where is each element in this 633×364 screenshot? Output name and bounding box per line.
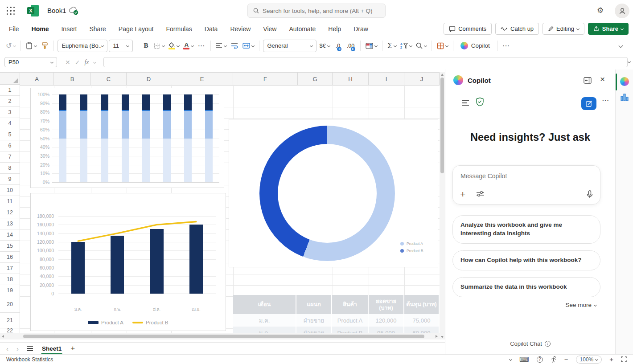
- menu-tab-view[interactable]: View: [263, 25, 276, 33]
- table-cell[interactable]: ม.ค.: [233, 314, 296, 327]
- horizontal-scrollbar[interactable]: [0, 333, 440, 339]
- scroll-up-arrow-icon[interactable]: [441, 74, 444, 76]
- copilot-rail-icon[interactable]: [620, 77, 629, 86]
- table-cell[interactable]: 120,000: [369, 314, 404, 327]
- format-painter-button[interactable]: [39, 40, 50, 52]
- stacked-bar[interactable]: [94, 94, 115, 182]
- stacked-bar[interactable]: [115, 94, 136, 182]
- workbook-statistics-rail-icon[interactable]: [620, 93, 629, 102]
- table-header-cell[interactable]: แผนก: [296, 295, 332, 314]
- table-header-cell[interactable]: สินค้า: [332, 295, 369, 314]
- menu-tab-draw[interactable]: Draw: [353, 25, 368, 33]
- row-header-12[interactable]: 12: [0, 207, 20, 218]
- table-header-cell[interactable]: ต้นทุน (บาท): [404, 295, 440, 314]
- copilot-chat-label[interactable]: Copilot Chat: [510, 340, 542, 347]
- column-header-J[interactable]: J: [404, 73, 440, 85]
- table-header-cell[interactable]: เดือน: [233, 295, 296, 314]
- app-launcher-icon[interactable]: [7, 7, 15, 15]
- all-sheets-icon[interactable]: [27, 346, 33, 351]
- new-chat-button[interactable]: [581, 97, 596, 110]
- workbook-statistics-button[interactable]: Workbook Statistics: [6, 356, 53, 363]
- copilot-button[interactable]: Copilot: [457, 40, 493, 52]
- row-header-11[interactable]: 11: [0, 196, 20, 207]
- cell-styles-button[interactable]: [436, 40, 449, 52]
- stacked-bar-chart[interactable]: 100%90%80%70%60%50%40%30%20%10%0%: [30, 88, 224, 188]
- currency-format-button[interactable]: $€: [318, 40, 331, 52]
- previous-sheet-arrow-icon[interactable]: ‹: [6, 345, 8, 352]
- stacked-bar[interactable]: [52, 94, 73, 182]
- borders-button[interactable]: [152, 40, 166, 52]
- keyboard-icon[interactable]: ⌨: [519, 356, 529, 364]
- menu-tab-insert[interactable]: Insert: [61, 25, 77, 33]
- status-chevron-icon[interactable]: [509, 358, 512, 361]
- table-header-cell[interactable]: ยอดขาย (บาท): [369, 295, 404, 314]
- menu-tab-file[interactable]: File: [9, 25, 19, 33]
- zoom-level-select[interactable]: 100%: [576, 356, 602, 364]
- row-header-1[interactable]: 1: [0, 85, 20, 96]
- fill-color-button[interactable]: [167, 40, 181, 52]
- copilot-composer[interactable]: Message Copilot +: [452, 165, 600, 204]
- comments-button[interactable]: Comments: [444, 23, 492, 35]
- expand-formula-bar-chevron-icon[interactable]: [628, 60, 631, 63]
- paste-button[interactable]: [25, 40, 38, 52]
- stacked-bar[interactable]: [73, 94, 94, 182]
- number-format-select[interactable]: General: [263, 40, 316, 52]
- row-header-10[interactable]: 10: [0, 185, 20, 196]
- close-pane-icon[interactable]: ×: [600, 74, 605, 84]
- workbook-title[interactable]: Book1: [47, 7, 66, 14]
- stacked-bar[interactable]: [177, 94, 198, 182]
- formula-input[interactable]: [103, 57, 628, 67]
- insert-function-button[interactable]: fx: [84, 59, 89, 66]
- row-header-20[interactable]: 20: [0, 296, 20, 313]
- stacked-bar[interactable]: [136, 94, 157, 182]
- row-header-3[interactable]: 3: [0, 107, 20, 118]
- dock-pane-icon[interactable]: [584, 77, 592, 84]
- copilot-suggestion-card[interactable]: Analyze this workbook and give me intere…: [452, 215, 600, 244]
- info-icon[interactable]: i: [545, 341, 551, 347]
- column-header-B[interactable]: B: [54, 73, 91, 85]
- more-font-options-button[interactable]: ···: [196, 40, 207, 52]
- chat-history-icon[interactable]: [462, 100, 469, 106]
- font-size-select[interactable]: 11: [109, 40, 133, 52]
- search-box[interactable]: [247, 4, 386, 18]
- row-header-5[interactable]: 5: [0, 129, 20, 140]
- account-avatar[interactable]: [615, 4, 629, 18]
- row-header-9[interactable]: 9: [0, 174, 20, 185]
- row-header-13[interactable]: 13: [0, 218, 20, 229]
- enter-button[interactable]: ✓: [75, 59, 80, 66]
- undo-button[interactable]: ↺: [4, 40, 17, 52]
- menu-tab-data[interactable]: Data: [205, 25, 218, 33]
- align-button[interactable]: [214, 40, 228, 52]
- menu-tab-formulas[interactable]: Formulas: [166, 25, 192, 33]
- help-icon[interactable]: ?: [537, 356, 543, 363]
- table-cell[interactable]: Product A: [332, 314, 369, 327]
- collapse-ribbon-chevron-icon[interactable]: [619, 44, 623, 48]
- select-all-corner[interactable]: [0, 72, 20, 85]
- menu-tab-home[interactable]: Home: [32, 25, 49, 33]
- ribbon-overflow-button[interactable]: ···: [501, 40, 512, 52]
- row-header-2[interactable]: 2: [0, 96, 20, 107]
- scroll-down-arrow-icon[interactable]: [441, 336, 444, 338]
- table-cell[interactable]: 75,000: [404, 314, 440, 327]
- vertical-scrollbar[interactable]: [440, 72, 445, 339]
- options-sliders-icon[interactable]: [476, 191, 485, 197]
- autosum-button[interactable]: Σ: [386, 40, 398, 52]
- zoom-in-button[interactable]: +: [609, 356, 613, 363]
- attach-plus-icon[interactable]: +: [460, 189, 465, 200]
- next-sheet-arrow-icon[interactable]: ›: [16, 345, 19, 352]
- sheet-tab[interactable]: Sheet1: [41, 344, 62, 354]
- decrease-decimal-button[interactable]: .0◄: [333, 40, 343, 52]
- increase-decimal-button[interactable]: .00►: [345, 40, 357, 52]
- catch-up-button[interactable]: Catch up: [495, 23, 539, 35]
- pane-more-options-button[interactable]: ···: [602, 97, 609, 104]
- column-header-E[interactable]: E: [171, 73, 233, 85]
- table-cell[interactable]: ฝ่ายขาย: [296, 314, 332, 327]
- vertical-scroll-thumb[interactable]: [440, 78, 444, 173]
- microphone-icon[interactable]: [587, 190, 593, 199]
- menu-tab-help[interactable]: Help: [328, 25, 341, 33]
- excel-logo-icon[interactable]: X: [27, 5, 39, 16]
- column-header-D[interactable]: D: [127, 73, 171, 85]
- editing-mode-button[interactable]: Editing: [543, 23, 584, 35]
- share-button[interactable]: Share: [588, 23, 629, 35]
- row-header-21[interactable]: 21: [0, 313, 20, 328]
